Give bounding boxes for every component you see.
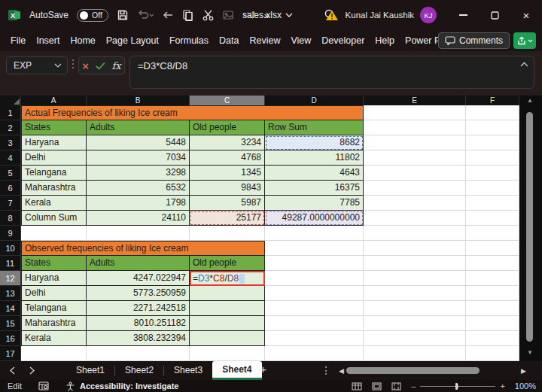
scroll-down-icon[interactable]: ▼ bbox=[527, 349, 533, 356]
insert-function-icon[interactable]: fx bbox=[111, 60, 120, 71]
avatar[interactable]: KJ bbox=[420, 7, 437, 23]
tab-page-layout[interactable]: Page Layout bbox=[106, 35, 159, 46]
enter-check-icon[interactable] bbox=[96, 62, 105, 70]
formula-input[interactable]: =D3*C8/D8 bbox=[129, 56, 534, 89]
tab-overflow-icon[interactable] bbox=[325, 366, 327, 375]
sheet-tab-sheet4-active[interactable]: Sheet4 bbox=[212, 361, 261, 380]
cell-E10[interactable] bbox=[364, 241, 466, 256]
cell-E15[interactable] bbox=[364, 316, 466, 331]
cell-E6[interactable] bbox=[364, 181, 466, 196]
cell-E2[interactable] bbox=[364, 120, 466, 135]
cell-D5[interactable]: 4643 bbox=[265, 166, 364, 181]
macro-record-icon[interactable] bbox=[38, 381, 49, 390]
cell-D17[interactable] bbox=[265, 346, 364, 361]
cell-A11[interactable]: States bbox=[21, 256, 87, 271]
cell-B12[interactable]: 4247.022947 bbox=[87, 271, 190, 286]
row-header-10[interactable]: 10 bbox=[0, 241, 21, 256]
tab-developer[interactable]: Developer bbox=[321, 35, 364, 46]
cell-E16[interactable] bbox=[364, 331, 466, 346]
cell-C13[interactable] bbox=[190, 286, 265, 301]
close-button[interactable]: × bbox=[510, 0, 542, 30]
cell-A16[interactable]: Kerala bbox=[21, 331, 87, 346]
cell-A7[interactable]: Kerala bbox=[21, 196, 87, 211]
cell-B13[interactable]: 5773.250959 bbox=[87, 286, 190, 301]
prev-sheet-icon[interactable] bbox=[9, 366, 16, 375]
user-name[interactable]: Kunal Jai Kaushik bbox=[346, 11, 414, 20]
cell-A5[interactable]: Telangana bbox=[21, 166, 87, 181]
copy-icon[interactable] bbox=[182, 9, 194, 21]
cell-A13[interactable]: Delhi bbox=[21, 286, 87, 301]
tab-insert[interactable]: Insert bbox=[36, 35, 59, 46]
cell-D11[interactable] bbox=[265, 256, 364, 271]
cell-A1[interactable]: Actual Frequencies of liking Ice cream bbox=[21, 105, 364, 120]
accessibility-icon[interactable] bbox=[65, 381, 75, 391]
warning-icon[interactable] bbox=[325, 10, 339, 21]
cancel-icon[interactable]: × bbox=[82, 60, 89, 71]
zoom-knob[interactable] bbox=[455, 383, 458, 390]
cell-C14[interactable] bbox=[190, 301, 265, 316]
cell-B11[interactable]: Adults bbox=[87, 256, 190, 271]
page-layout-view-icon[interactable] bbox=[372, 382, 382, 390]
cell-D6[interactable]: 16375 bbox=[265, 181, 364, 196]
page-break-view-icon[interactable] bbox=[391, 382, 401, 390]
zoom-out-icon[interactable]: – bbox=[411, 381, 416, 390]
tab-data[interactable]: Data bbox=[219, 35, 239, 46]
cell-C17[interactable] bbox=[190, 346, 265, 361]
cell-C12[interactable]: =D3*C8/D8 bbox=[190, 271, 265, 286]
cell-E5[interactable] bbox=[364, 166, 466, 181]
cell-E8[interactable] bbox=[364, 211, 466, 226]
cell-A14[interactable]: Telangana bbox=[21, 301, 87, 316]
row-header-12[interactable]: 12 bbox=[0, 271, 21, 286]
document-title[interactable]: sales.xlsx bbox=[242, 0, 293, 30]
tab-review[interactable]: Review bbox=[249, 35, 280, 46]
zoom-in-icon[interactable]: + bbox=[500, 381, 504, 390]
cell-C9[interactable] bbox=[190, 226, 265, 241]
cell-D9[interactable] bbox=[265, 226, 364, 241]
back-arrow-icon[interactable] bbox=[162, 9, 174, 21]
vertical-scroll-thumb[interactable] bbox=[526, 112, 533, 342]
cut-icon[interactable] bbox=[202, 9, 214, 21]
cell-E12[interactable] bbox=[364, 271, 466, 286]
column-header-F[interactable]: F bbox=[466, 96, 519, 105]
cell-B2[interactable]: Adults bbox=[87, 120, 190, 135]
zoom-track[interactable] bbox=[420, 386, 495, 387]
cell-A8[interactable]: Column Sum bbox=[21, 211, 87, 226]
cell-D15[interactable] bbox=[265, 316, 364, 331]
cell-B6[interactable]: 6532 bbox=[87, 181, 190, 196]
row-header-8[interactable]: 8 bbox=[0, 211, 21, 226]
cell-C3[interactable]: 3234 bbox=[190, 135, 265, 150]
cell-F6[interactable] bbox=[466, 181, 519, 196]
share-button[interactable] bbox=[513, 32, 536, 49]
cell-A9[interactable] bbox=[21, 226, 87, 241]
cell-F9[interactable] bbox=[466, 226, 519, 241]
cell-D14[interactable] bbox=[265, 301, 364, 316]
column-header-E[interactable]: E bbox=[364, 96, 466, 105]
cell-C15[interactable] bbox=[190, 316, 265, 331]
cell-E13[interactable] bbox=[364, 286, 466, 301]
cell-F7[interactable] bbox=[466, 196, 519, 211]
cell-D4[interactable]: 11802 bbox=[265, 150, 364, 166]
cell-F14[interactable] bbox=[466, 301, 519, 316]
zoom-slider[interactable]: – + bbox=[411, 381, 505, 390]
cell-A6[interactable]: Maharashtra bbox=[21, 181, 87, 196]
normal-view-icon[interactable] bbox=[352, 382, 362, 390]
vertical-scrollbar[interactable]: ▲ ▼ bbox=[519, 96, 542, 361]
hscroll-left-icon[interactable]: ◀ bbox=[339, 367, 344, 375]
cell-D7[interactable]: 7785 bbox=[265, 196, 364, 211]
cell-B5[interactable]: 3298 bbox=[87, 166, 190, 181]
cell-B14[interactable]: 2271.242518 bbox=[87, 301, 190, 316]
zoom-level[interactable]: 100% bbox=[515, 381, 536, 390]
tab-home[interactable]: Home bbox=[70, 35, 95, 46]
cell-B17[interactable] bbox=[87, 346, 190, 361]
row-header-14[interactable]: 14 bbox=[0, 301, 21, 316]
cell-C5[interactable]: 1345 bbox=[190, 166, 265, 181]
cell-D3[interactable]: 8682 bbox=[265, 135, 364, 150]
cell-F10[interactable] bbox=[466, 241, 519, 256]
name-box[interactable]: EXP bbox=[6, 56, 68, 74]
cell-C7[interactable]: 5987 bbox=[190, 196, 265, 211]
cell-F12[interactable] bbox=[466, 271, 519, 286]
horizontal-scroll-thumb[interactable] bbox=[346, 367, 480, 374]
column-header-A[interactable]: A bbox=[21, 96, 87, 105]
comments-button[interactable]: Comments bbox=[438, 32, 510, 49]
cell-B8[interactable]: 24110 bbox=[87, 211, 190, 226]
